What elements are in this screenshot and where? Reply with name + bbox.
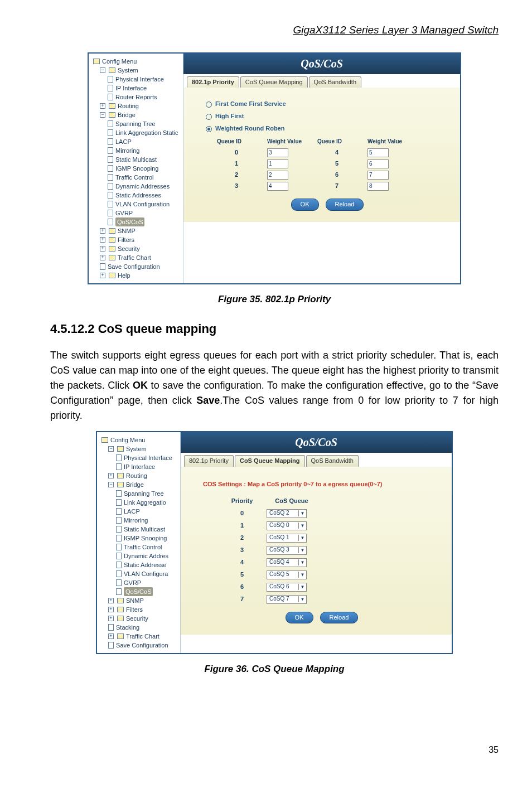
figure-36-caption: Figure 36. CoS Queue Mapping <box>50 662 499 676</box>
tree-gvrp[interactable]: GVRP <box>101 578 177 587</box>
ok-button[interactable]: OK <box>291 199 319 211</box>
weight-input-0[interactable]: 3 <box>267 148 288 157</box>
tree-snmp[interactable]: +SNMP <box>101 596 177 605</box>
tree-lacp[interactable]: LACP <box>101 507 177 516</box>
chevron-down-icon: ▼ <box>298 559 306 566</box>
tree-dynamic-addr[interactable]: Dynamic Addres <box>101 552 177 560</box>
queue-id-7: 7 <box>317 182 356 191</box>
tree-vlan-config[interactable]: VLAN Configura <box>101 569 177 578</box>
panel-title: QoS/CoS <box>181 432 452 453</box>
tree-bridge[interactable]: −Bridge <box>93 110 180 119</box>
section-heading: 4.5.12.2 CoS queue mapping <box>50 320 499 338</box>
tree-link-agg[interactable]: Link Aggregatio <box>101 498 177 507</box>
cos-select-6[interactable]: CoSQ 6▼ <box>267 583 307 592</box>
tree-physical-interface[interactable]: Physical Interface <box>93 75 180 84</box>
tree-dynamic-addresses[interactable]: Dynamic Addresses <box>93 182 180 191</box>
tree-save-config[interactable]: Save Configuration <box>93 262 180 271</box>
tree-lacp[interactable]: LACP <box>93 137 180 146</box>
nav-tree: Config Menu −System Physical Interface I… <box>89 54 183 283</box>
weight-input-4[interactable]: 5 <box>367 148 389 157</box>
weight-input-6[interactable]: 7 <box>367 171 389 180</box>
radio-high-first[interactable]: High First <box>206 112 449 121</box>
tab-8021p-priority[interactable]: 802.1p Priority <box>184 455 234 467</box>
weight-input-5[interactable]: 6 <box>367 159 389 168</box>
tree-traffic-control[interactable]: Traffic Control <box>101 543 177 552</box>
tree-system[interactable]: −System <box>101 444 177 453</box>
tab-qos-bandwidth[interactable]: QoS Bandwidth <box>309 76 361 88</box>
tree-security[interactable]: +Security <box>93 244 180 253</box>
tree-mirroring[interactable]: Mirroring <box>101 516 177 525</box>
section-body: The switch supports eight egress queues … <box>50 348 499 423</box>
tree-ip-interface[interactable]: IP Interface <box>101 462 177 471</box>
cos-select-0[interactable]: CoSQ 2▼ <box>267 509 307 518</box>
weight-input-3[interactable]: 4 <box>267 182 288 191</box>
tree-spanning-tree[interactable]: Spanning Tree <box>101 489 177 498</box>
col-weight-value: Weight Value <box>267 138 306 146</box>
cos-select-5[interactable]: CoSQ 5▼ <box>267 570 307 579</box>
tree-static-multicast[interactable]: Static Multicast <box>101 525 177 534</box>
cos-select-7[interactable]: CoSQ 7▼ <box>267 595 307 604</box>
tree-static-multicast[interactable]: Static Multicast <box>93 155 180 164</box>
tree-save-config[interactable]: Save Configuration <box>101 641 177 650</box>
tree-traffic-chart[interactable]: +Traffic Chart <box>101 632 177 641</box>
reload-button[interactable]: Reload <box>320 612 359 624</box>
tree-ip-interface[interactable]: IP Interface <box>93 84 180 93</box>
tree-traffic-control[interactable]: Traffic Control <box>93 173 180 182</box>
tree-filters[interactable]: +Filters <box>93 235 180 244</box>
tree-qos-cos[interactable]: QoS/CoS <box>93 217 180 226</box>
weight-input-7[interactable]: 8 <box>367 182 389 191</box>
tree-root[interactable]: Config Menu <box>101 436 177 444</box>
tree-stacking[interactable]: Stacking <box>101 623 177 632</box>
tree-help[interactable]: +Help <box>93 271 180 280</box>
col-weight-value-2: Weight Value <box>367 138 407 146</box>
panel-title: QoS/CoS <box>183 54 460 74</box>
tree-filters[interactable]: +Filters <box>101 605 177 614</box>
priority-1: 1 <box>225 521 259 530</box>
tree-igmp-snooping[interactable]: IGMP Snooping <box>93 164 180 173</box>
tab-cos-queue-mapping[interactable]: CoS Queue Mapping <box>235 455 305 467</box>
tree-mirroring[interactable]: Mirroring <box>93 146 180 155</box>
tree-router-reports[interactable]: Router Reports <box>93 93 180 101</box>
tab-qos-bandwidth[interactable]: QoS Bandwidth <box>306 455 359 467</box>
tree-bridge[interactable]: −Bridge <box>101 480 177 489</box>
weight-input-1[interactable]: 1 <box>267 159 288 168</box>
tree-routing[interactable]: +Routing <box>101 471 177 480</box>
tree-gvrp[interactable]: GVRP <box>93 209 180 217</box>
queue-id-3: 3 <box>217 182 256 191</box>
tree-spanning-tree[interactable]: Spanning Tree <box>93 119 180 128</box>
tree-qos-cos[interactable]: QoS/CoS <box>101 587 177 596</box>
tree-static-addresses[interactable]: Static Addresses <box>93 191 180 200</box>
tree-vlan-config[interactable]: VLAN Configuration <box>93 200 180 209</box>
chevron-down-icon: ▼ <box>298 523 306 529</box>
ok-button[interactable]: OK <box>286 612 313 624</box>
tree-security[interactable]: +Security <box>101 614 177 623</box>
queue-id-2: 2 <box>217 171 256 180</box>
queue-id-1: 1 <box>217 159 256 168</box>
tabs: 802.1p Priority CoS Queue Mapping QoS Ba… <box>181 453 452 467</box>
tree-system[interactable]: −System <box>93 66 180 75</box>
queue-id-5: 5 <box>317 159 356 168</box>
page-number: 35 <box>50 743 499 756</box>
tree-igmp-snooping[interactable]: IGMP Snooping <box>101 534 177 543</box>
radio-weighted-rr[interactable]: Weighted Round Roben <box>206 124 449 133</box>
tree-root[interactable]: Config Menu <box>93 57 180 66</box>
tree-snmp[interactable]: +SNMP <box>93 226 180 235</box>
radio-fcfs[interactable]: First Come First Service <box>206 100 449 109</box>
tab-8021p-priority[interactable]: 802.1p Priority <box>187 76 239 88</box>
tree-physical-interface[interactable]: Physical Interface <box>101 453 177 462</box>
tabs: 802.1p Priority CoS Queue Mapping QoS Ba… <box>183 74 460 88</box>
cos-select-1[interactable]: CoSQ 0▼ <box>267 521 307 530</box>
tree-static-addr[interactable]: Static Addresse <box>101 560 177 569</box>
tab-cos-queue-mapping[interactable]: CoS Queue Mapping <box>240 76 308 88</box>
tree-traffic-chart[interactable]: +Traffic Chart <box>93 253 180 262</box>
tree-routing[interactable]: +Routing <box>93 101 180 110</box>
weight-input-2[interactable]: 2 <box>267 171 288 180</box>
tree-link-agg-static[interactable]: Link Aggregation Static <box>93 128 180 137</box>
reload-button[interactable]: Reload <box>326 199 364 211</box>
figure-35-caption: Figure 35. 802.1p Priority <box>50 293 499 307</box>
chevron-down-icon: ▼ <box>298 547 306 554</box>
cos-select-2[interactable]: CoSQ 1▼ <box>267 534 307 543</box>
nav-tree-2: Config Menu −System Physical Interface I… <box>97 432 181 653</box>
cos-select-4[interactable]: CoSQ 4▼ <box>267 558 307 567</box>
cos-select-3[interactable]: CoSQ 3▼ <box>267 546 307 555</box>
